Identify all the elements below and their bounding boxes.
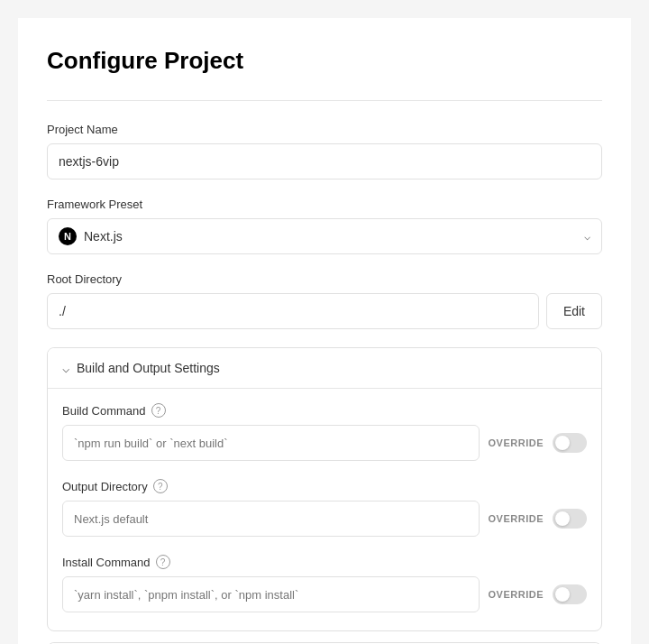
build-settings-label: Build and Output Settings [77,361,220,375]
install-command-label-row: Install Command ? [62,555,587,569]
install-command-toggle[interactable] [553,584,587,604]
build-settings-body: Build Command ? OVERRIDE Output Director… [48,388,601,630]
install-command-override-label: OVERRIDE [489,589,544,600]
install-command-field: Install Command ? OVERRIDE [62,555,587,612]
root-directory-input[interactable] [47,293,539,329]
build-settings-header[interactable]: ⌵ Build and Output Settings [48,348,601,388]
build-command-override-label: OVERRIDE [489,437,544,448]
root-directory-field: Root Directory Edit [47,272,602,329]
build-command-label-text: Build Command [62,404,146,418]
root-directory-label: Root Directory [47,272,602,286]
output-directory-label-text: Output Directory [62,480,148,493]
output-directory-help-icon[interactable]: ? [153,479,168,493]
framework-select[interactable]: N Next.js ⌵ [47,218,602,254]
page-title: Configure Project [47,47,602,75]
install-command-input[interactable] [62,576,480,612]
chevron-down-icon: ⌵ [584,230,590,243]
root-dir-wrapper: Edit [47,293,602,329]
page-container: Configure Project Project Name Framework… [18,18,631,644]
project-name-input[interactable] [47,143,602,179]
output-directory-toggle[interactable] [553,509,587,529]
edit-button[interactable]: Edit [546,293,602,329]
framework-label: Next.js [84,229,577,244]
framework-preset-field: Framework Preset N Next.js ⌵ [47,198,602,254]
title-divider [47,100,602,101]
install-command-help-icon[interactable]: ? [156,555,170,569]
output-directory-input-row: OVERRIDE [62,501,587,537]
project-name-label: Project Name [47,123,602,136]
content-area: Configure Project Project Name Framework… [18,18,631,644]
build-command-toggle[interactable] [553,433,587,453]
project-name-field: Project Name [47,123,602,179]
build-command-label-row: Build Command ? [62,403,587,418]
install-command-input-row: OVERRIDE [62,576,587,612]
build-command-input-row: OVERRIDE [62,425,587,461]
build-settings-section: ⌵ Build and Output Settings Build Comman… [47,347,602,631]
framework-preset-label: Framework Preset [47,198,602,211]
output-directory-field: Output Directory ? OVERRIDE [62,479,587,537]
build-settings-chevron-icon: ⌵ [62,361,69,375]
build-command-field: Build Command ? OVERRIDE [62,403,587,461]
framework-icon: N [59,227,77,245]
framework-icon-letter: N [64,231,71,242]
install-command-label-text: Install Command [62,556,151,569]
output-directory-label-row: Output Directory ? [62,479,587,493]
build-command-input[interactable] [62,425,480,461]
output-directory-input[interactable] [62,501,480,537]
output-directory-override-label: OVERRIDE [489,513,544,524]
build-command-help-icon[interactable]: ? [151,403,166,418]
